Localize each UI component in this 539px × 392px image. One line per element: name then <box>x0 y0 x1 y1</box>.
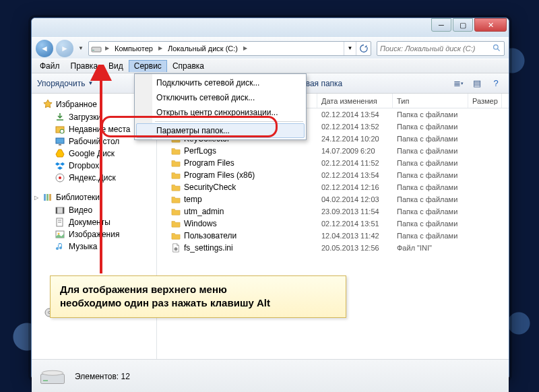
minimize-button[interactable]: ─ <box>431 18 451 32</box>
file-name: fs_settings.ini <box>184 243 233 253</box>
sidebar-item[interactable]: Музыка <box>32 240 156 253</box>
svg-rect-7 <box>59 144 61 145</box>
forward-button[interactable]: ► <box>56 40 73 57</box>
sidebar-item[interactable]: Документы <box>32 216 156 228</box>
svg-point-5 <box>60 129 64 133</box>
annotation-line1: Для отображения верхнего меню <box>60 283 336 296</box>
file-row[interactable]: Program Files02.12.2014 11:52Папка с фай… <box>157 157 509 169</box>
explorer-window: ─ ▢ ✕ ◄ ► ▼ ▶ Компьютер ▶ Локальный диск… <box>31 18 509 379</box>
address-dropdown[interactable]: ▼ <box>344 42 356 55</box>
view-options-button[interactable]: ≣ ▾ <box>451 77 466 90</box>
breadcrumb-sep-icon[interactable]: ▶ <box>242 45 249 51</box>
column-size[interactable]: Размер <box>468 94 502 108</box>
svg-rect-14 <box>56 207 57 214</box>
sidebar-libraries[interactable]: ▷ Библиотеки <box>32 191 156 204</box>
file-name: Windows <box>184 219 217 228</box>
sidebar-item[interactable]: Видео <box>32 204 156 216</box>
window-titlebar: ─ ▢ ✕ <box>32 18 509 37</box>
file-name: temp <box>184 195 202 204</box>
file-type: Папка с файлами <box>393 183 468 191</box>
yadisk-icon <box>55 172 65 183</box>
history-dropdown[interactable]: ▼ <box>76 42 86 55</box>
file-name: Пользователи <box>184 231 236 240</box>
svg-point-23 <box>175 248 177 251</box>
menu-edit[interactable]: Правка <box>65 60 104 72</box>
sidebar-item[interactable]: Изображения <box>32 228 156 240</box>
downloads-icon <box>55 112 65 123</box>
sidebar-item[interactable]: Dropbox <box>32 160 156 172</box>
video-icon <box>55 205 65 216</box>
menu-help[interactable]: Справка <box>167 60 210 72</box>
search-input[interactable] <box>380 44 493 53</box>
sidebar-item[interactable]: Google Диск <box>32 148 156 160</box>
menu-disconnect-drive[interactable]: Отключить сетевой диск... <box>136 90 305 105</box>
file-row[interactable]: SecurityCheck02.12.2014 12:16Папка с фай… <box>157 181 509 193</box>
sidebar-item[interactable]: Яндекс.Диск <box>32 172 156 184</box>
search-icon <box>493 44 501 53</box>
address-bar[interactable]: ▶ Компьютер ▶ Локальный диск (C:) ▶ ▼ <box>88 41 371 56</box>
file-row[interactable]: fs_settings.ini20.05.2013 12:56Файл "INI… <box>157 242 509 254</box>
tools-dropdown: Подключить сетевой диск... Отключить сет… <box>134 73 307 140</box>
menu-file[interactable]: Файл <box>34 60 65 72</box>
file-row[interactable]: PerfLogs14.07.2009 6:20Папка с файлами <box>157 145 509 157</box>
menu-sync-center[interactable]: Открыть центр синхронизации... <box>136 105 305 120</box>
file-row[interactable]: Пользователи12.04.2013 11:42Папка с файл… <box>157 230 509 242</box>
file-date: 02.12.2014 12:16 <box>317 183 393 191</box>
menu-folder-options[interactable]: Параметры папок... <box>136 123 305 138</box>
expand-icon[interactable]: ▷ <box>34 195 38 201</box>
breadcrumb-sep-icon[interactable]: ▶ <box>104 45 110 51</box>
svg-rect-0 <box>92 47 101 52</box>
search-box[interactable] <box>377 41 505 56</box>
star-icon <box>42 99 53 110</box>
drive-large-icon <box>38 365 67 388</box>
preview-pane-button[interactable]: ▤ <box>470 77 484 90</box>
dropbox-icon <box>55 160 65 171</box>
sidebar-item-label: Google Диск <box>69 149 115 158</box>
folder-icon <box>170 183 181 192</box>
refresh-button[interactable] <box>356 42 371 55</box>
column-type[interactable]: Тип <box>393 94 468 108</box>
status-bar: Элементов: 12 <box>32 359 509 392</box>
folder-icon <box>170 195 181 204</box>
file-name: PerfLogs <box>184 146 216 156</box>
file-name: Program Files <box>184 158 234 168</box>
menu-tools[interactable]: Сервис <box>129 60 167 72</box>
menu-view[interactable]: Вид <box>103 60 129 72</box>
breadcrumb-sep-icon[interactable]: ▶ <box>157 45 164 51</box>
sidebar-item-label: Документы <box>69 218 110 227</box>
file-date: 02.12.2014 13:54 <box>317 171 393 179</box>
file-row[interactable]: temp04.02.2014 12:03Папка с файлами <box>157 193 509 205</box>
organize-button[interactable]: Упорядочить ▼ <box>37 79 93 88</box>
sidebar-item-label: Рабочий стол <box>69 137 119 146</box>
svg-line-3 <box>497 48 499 51</box>
navigation-bar: ◄ ► ▼ ▶ Компьютер ▶ Локальный диск (C:) … <box>32 37 509 59</box>
file-name: SecurityCheck <box>184 183 236 192</box>
breadcrumb-drive[interactable]: Локальный диск (C:) <box>164 42 242 55</box>
file-date: 02.12.2014 13:54 <box>317 110 393 119</box>
maximize-button[interactable]: ▢ <box>453 18 473 32</box>
file-type: Папка с файлами <box>393 220 468 228</box>
menu-map-drive[interactable]: Подключить сетевой диск... <box>136 75 305 90</box>
file-row[interactable]: Program Files (x86)02.12.2014 13:54Папка… <box>157 169 509 181</box>
sidebar-item-label: Видео <box>69 205 92 215</box>
folder-icon <box>170 207 181 216</box>
sidebar-item-label: Музыка <box>69 242 97 251</box>
close-button[interactable]: ✕ <box>474 18 507 32</box>
file-type: Папка с файлами <box>393 135 468 143</box>
file-row[interactable]: Windows02.12.2014 13:51Папка с файлами <box>157 218 509 230</box>
file-date: 04.02.2014 12:03 <box>317 195 393 203</box>
breadcrumb-computer[interactable]: Компьютер <box>110 42 157 55</box>
file-row[interactable]: utm_admin23.09.2013 11:54Папка с файлами <box>157 205 509 218</box>
svg-rect-1 <box>92 50 94 51</box>
file-name: Program Files (x86) <box>184 170 255 180</box>
file-type: Папка с файлами <box>393 110 468 119</box>
help-button[interactable]: ? <box>488 77 503 90</box>
file-date: 02.12.2014 13:52 <box>317 123 393 131</box>
folder-icon <box>170 158 181 168</box>
file-type: Папка с файлами <box>393 207 468 216</box>
back-button[interactable]: ◄ <box>36 40 53 57</box>
library-icon <box>42 192 53 203</box>
sidebar-item-label: Dropbox <box>69 161 99 170</box>
folder-icon <box>170 170 181 180</box>
column-date[interactable]: Дата изменения <box>317 94 393 108</box>
